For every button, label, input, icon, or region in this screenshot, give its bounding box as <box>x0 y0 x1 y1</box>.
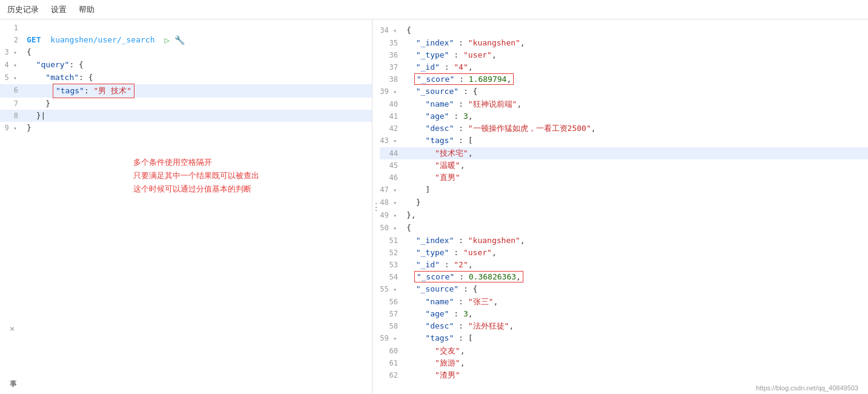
line-content-9: } <box>24 122 372 134</box>
rln-42: 42 <box>380 122 404 135</box>
right-code-area[interactable]: 34 ▾ { 35 "_index" : "kuangshen", 36 "_t… <box>380 19 868 394</box>
rlc-55: "_source" : { <box>404 283 868 295</box>
line-content-2: GET kuangshen/user/_search ▷ 🔧 <box>24 34 372 46</box>
main-area: 1 2 GET kuangshen/user/_search ▷ 🔧 <box>0 19 868 394</box>
rln-62: 62 <box>380 369 404 381</box>
code-lines: 1 2 GET kuangshen/user/_search ▷ 🔧 <box>0 19 372 135</box>
rln-55: 55 ▾ <box>380 283 404 296</box>
table-row: 44 "技术宅", <box>380 147 868 159</box>
right-panel: 34 ▾ { 35 "_index" : "kuangshen", 36 "_t… <box>380 19 868 394</box>
line-num-9: 9 ▾ <box>0 122 24 135</box>
rln-37: 37 <box>380 61 404 73</box>
rln-36: 36 <box>380 49 404 61</box>
right-code-lines: 34 ▾ { 35 "_index" : "kuangshen", 36 "_t… <box>380 22 868 381</box>
line-num-2: 2 <box>0 34 24 46</box>
rln-35: 35 <box>380 37 404 49</box>
rln-49: 49 ▾ <box>380 209 404 222</box>
rlc-44: "技术宅", <box>404 147 868 159</box>
table-row: 4 ▾ "query": { <box>0 59 372 72</box>
menu-settings[interactable]: 设置 <box>51 4 67 15</box>
rlc-57: "age" : 3, <box>404 308 868 320</box>
rlc-34: { <box>404 24 868 36</box>
line-num-1: 1 <box>0 22 24 34</box>
table-row: 57 "age" : 3, <box>380 308 868 320</box>
line-num-8: 8 <box>0 110 24 122</box>
annotation-line1: 多个条件使用空格隔开 <box>133 156 259 169</box>
rln-61: 61 <box>380 357 404 369</box>
table-row: 49 ▾ }, <box>380 209 868 222</box>
rlc-60: "交友", <box>404 345 868 357</box>
rlc-43: "tags" : [ <box>404 135 868 147</box>
rlc-38: "_score" : 1.689794, <box>404 73 868 85</box>
rln-47: 47 ▾ <box>380 184 404 196</box>
rlc-37: "_id" : "4", <box>404 61 868 73</box>
rln-60: 60 <box>380 345 404 357</box>
table-row: 6 "tags": "男 技术" <box>0 84 372 98</box>
toolbar-icons: ▷ 🔧 <box>165 34 185 46</box>
table-row: 3 ▾ { <box>0 46 372 59</box>
score-box-2: "_score" : 0.36826363, <box>414 271 523 282</box>
close-icon[interactable]: × <box>10 324 15 333</box>
rlc-50: { <box>404 222 868 234</box>
table-row: 54 "_score" : 0.36826363, <box>380 271 868 283</box>
table-row: 37 "_id" : "4", <box>380 61 868 73</box>
table-row: 36 "_type" : "user", <box>380 49 868 61</box>
table-row: 43 ▾ "tags" : [ <box>380 135 868 147</box>
rlc-36: "_type" : "user", <box>404 49 868 61</box>
wrench-icon[interactable]: 🔧 <box>174 34 185 46</box>
rlc-53: "_id" : "2", <box>404 259 868 271</box>
rlc-51: "_index" : "kuangshen", <box>404 235 868 247</box>
drag-handle[interactable]: ⋮ <box>373 19 380 394</box>
table-row: 50 ▾ { <box>380 222 868 235</box>
score-box-1: "_score" : 1.689794, <box>414 73 514 85</box>
menu-help[interactable]: 帮助 <box>79 4 94 15</box>
rln-41: 41 <box>380 110 404 122</box>
menu-history[interactable]: 历史记录 <box>7 4 39 15</box>
rlc-54: "_score" : 0.36826363, <box>404 271 868 283</box>
rln-50: 50 ▾ <box>380 222 404 235</box>
annotation-line3: 这个时候可以通过分值基本的判断 <box>133 182 259 196</box>
table-row: 62 "渣男" <box>380 369 868 381</box>
line-content-3: { <box>24 46 372 58</box>
table-row: 38 "_score" : 1.689794, <box>380 73 868 85</box>
line-content-4: "query": { <box>24 59 372 71</box>
rln-59: 59 ▾ <box>380 332 404 345</box>
line-content-7: } <box>24 98 372 110</box>
line-num-6: 6 <box>0 84 24 96</box>
rlc-49: }, <box>404 209 868 221</box>
rln-40: 40 <box>380 98 404 110</box>
table-row: 51 "_index" : "kuangshen", <box>380 235 868 247</box>
rln-57: 57 <box>380 308 404 320</box>
rlc-59: "tags" : [ <box>404 332 868 344</box>
rln-56: 56 <box>380 296 404 308</box>
rlc-40: "name" : "狂神说前端", <box>404 98 868 110</box>
rln-51: 51 <box>380 235 404 247</box>
table-row: 39 ▾ "_source" : { <box>380 85 868 98</box>
line-num-3: 3 ▾ <box>0 46 24 59</box>
tags-highlight-box: "tags": "男 技术" <box>53 84 134 98</box>
get-url: kuangshen/user/_search <box>45 34 154 46</box>
table-row: 1 <box>0 22 372 34</box>
rlc-41: "age" : 3, <box>404 110 868 122</box>
menu-bar: 历史记录 设置 帮助 <box>0 0 868 19</box>
get-method: GET <box>27 34 41 46</box>
table-row: 59 ▾ "tags" : [ <box>380 332 868 345</box>
table-row: 9 ▾ } <box>0 122 372 135</box>
table-row: 46 "直男" <box>380 172 868 184</box>
rln-43: 43 ▾ <box>380 135 404 147</box>
rlc-61: "旅游", <box>404 357 868 369</box>
run-icon[interactable]: ▷ <box>165 34 170 46</box>
rlc-42: "desc" : "一顿操作猛如虎，一看工资2500", <box>404 122 868 135</box>
get-line: 2 GET kuangshen/user/_search ▷ 🔧 <box>0 34 372 46</box>
rln-58: 58 <box>380 320 404 332</box>
rlc-62: "渣男" <box>404 369 868 381</box>
table-row: 60 "交友", <box>380 345 868 357</box>
rln-45: 45 <box>380 159 404 172</box>
code-editor[interactable]: 1 2 GET kuangshen/user/_search ▷ 🔧 <box>0 19 372 394</box>
table-row: 53 "_id" : "2", <box>380 259 868 271</box>
rln-46: 46 <box>380 172 404 184</box>
rlc-48: } <box>404 196 868 209</box>
table-row: 55 ▾ "_source" : { <box>380 283 868 296</box>
rlc-46: "直男" <box>404 172 868 184</box>
table-row: 45 "温暖", <box>380 159 868 172</box>
